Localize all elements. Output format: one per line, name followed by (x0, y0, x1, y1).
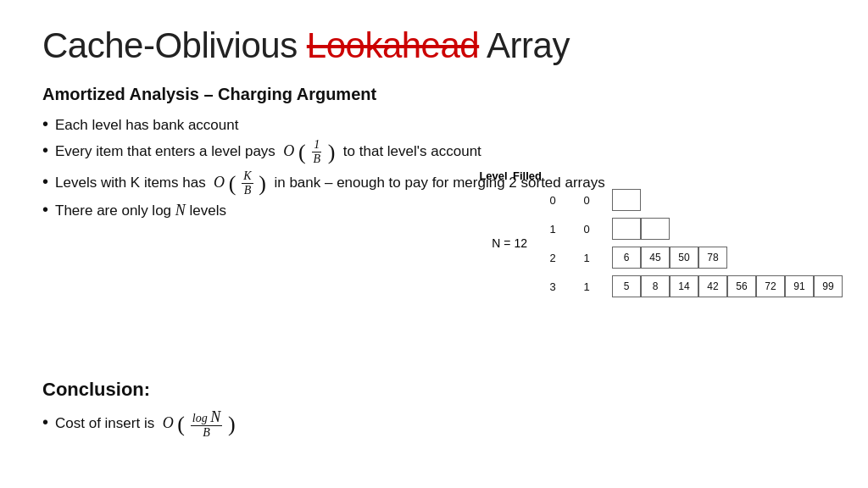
array-cell (612, 189, 641, 211)
col-header-level: Level (476, 169, 510, 182)
conclusion-bullets: Cost of insert is O ( log N B ) (42, 409, 236, 439)
col-header-filled: Filled (510, 169, 544, 182)
right-panel: Level Filled N = 12 0 0 (476, 169, 843, 299)
math-rparen-3: ) (228, 412, 236, 436)
slide: Cache-Oblivious Lookahead Array Amortize… (0, 0, 868, 488)
n-label: N = 12 (476, 236, 536, 250)
bullet-2: Every item that enters a level pays O ( … (42, 139, 826, 165)
title-strikethrough: Lookahead (307, 25, 479, 65)
array-cell: 45 (641, 247, 670, 269)
bullet-2-text: Every item that enters a level pays O ( … (55, 139, 481, 165)
array-cell (612, 218, 641, 240)
math-lparen-2: ( (229, 171, 236, 196)
title-suffix: Array (479, 25, 570, 65)
math-rparen-2: ) (259, 171, 266, 196)
conclusion-bullet-1: Cost of insert is O ( log N B ) (42, 409, 236, 439)
math-frac-2: K B (242, 170, 253, 197)
section-heading: Amortized Analysis – Charging Argument (42, 85, 826, 104)
math-O-3: O (163, 414, 174, 431)
frac-denom-2: B (242, 184, 253, 197)
table-rows: 0 0 1 0 (536, 187, 843, 299)
filled-num-1: 0 (570, 223, 604, 236)
array-cells-1 (612, 218, 670, 240)
frac-denom-3: B (201, 426, 212, 439)
level-num-0: 0 (536, 194, 570, 207)
array-cells-3: 5 8 14 42 56 72 91 99 (612, 275, 843, 297)
array-cell: 42 (698, 275, 727, 297)
frac-numer-3: log N (191, 409, 222, 426)
math-O-1: O (283, 142, 294, 159)
filled-num-3: 1 (570, 280, 604, 293)
frac-denom-1: B (311, 152, 322, 165)
bullet-1: Each level has bank account (42, 116, 826, 134)
array-cell (641, 218, 670, 240)
filled-num-0: 0 (570, 194, 604, 207)
math-lparen-3: ( (177, 412, 185, 436)
table-row: 3 1 5 8 14 42 56 72 91 99 (536, 274, 843, 299)
table-row: 2 1 6 45 50 78 (536, 245, 843, 270)
array-cell: 99 (814, 275, 843, 297)
bullet-4-text: There are only log N levels (55, 202, 226, 219)
table-body: N = 12 0 0 1 0 (476, 187, 843, 299)
array-cell: 5 (612, 275, 641, 297)
conclusion-heading: Conclusion: (42, 379, 236, 401)
array-cell: 6 (612, 247, 641, 269)
math-lparen-1: ( (298, 140, 306, 164)
array-cell: 56 (727, 275, 756, 297)
array-cell: 50 (670, 247, 698, 269)
array-cell: 72 (756, 275, 785, 297)
conclusion-block: Conclusion: Cost of insert is O ( log N … (42, 379, 236, 454)
math-rparen-1: ) (328, 140, 336, 164)
bullet-1-text: Each level has bank account (55, 117, 238, 134)
slide-title: Cache-Oblivious Lookahead Array (42, 25, 826, 66)
frac-numer-1: 1 (312, 139, 321, 152)
array-cells-2: 6 45 50 78 (612, 247, 727, 269)
conclusion-bullet-text: Cost of insert is O ( log N B ) (55, 409, 236, 439)
title-prefix: Cache-Oblivious (42, 25, 307, 65)
table-row: 0 0 (536, 187, 843, 213)
level-num-1: 1 (536, 223, 570, 236)
array-cell: 8 (641, 275, 670, 297)
right-panel-inner: Level Filled N = 12 0 0 (476, 169, 843, 299)
frac-numer-2: K (242, 170, 253, 184)
array-cell: 78 (698, 247, 727, 269)
array-cell: 91 (785, 275, 814, 297)
filled-num-2: 1 (570, 252, 604, 264)
math-N-1: N (175, 202, 186, 219)
math-O-2: O (214, 174, 225, 191)
array-cells-0 (612, 189, 641, 211)
level-num-3: 3 (536, 280, 570, 293)
level-num-2: 2 (536, 252, 570, 264)
math-frac-1: 1 B (311, 139, 322, 165)
table-row: 1 0 (536, 216, 843, 241)
math-frac-3: log N B (191, 409, 222, 439)
array-cell: 14 (670, 275, 698, 297)
